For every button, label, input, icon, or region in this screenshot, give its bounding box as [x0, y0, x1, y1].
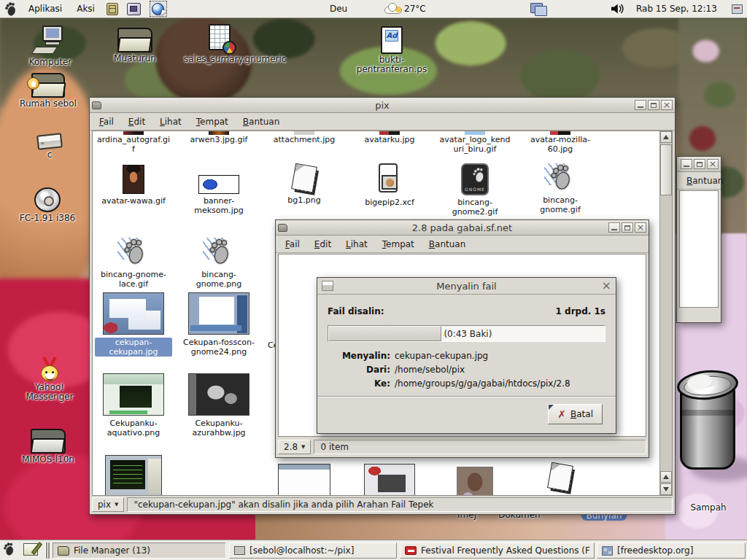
screenshot-thumbnail — [188, 292, 249, 335]
file-item[interactable] — [349, 464, 430, 496]
weather-applet[interactable]: 27°C — [384, 0, 426, 18]
cloud-icon — [384, 4, 400, 14]
notes-applet[interactable] — [23, 540, 38, 558]
maximize-button[interactable] — [622, 222, 633, 233]
applications-menu[interactable]: Aplikasi — [26, 4, 65, 14]
file-item[interactable]: banner-meksom.jpg — [178, 165, 260, 215]
file-item[interactable]: bg1.png — [263, 165, 345, 205]
browser-launcher-selected[interactable] — [150, 1, 167, 17]
menu-fail[interactable]: Fail — [279, 237, 306, 252]
file-manager-launcher-icon[interactable] — [107, 3, 118, 15]
scroll-down-button[interactable] — [660, 483, 672, 495]
desktop-icon-sales-gnumeric[interactable]: sales_sumary.gnumeric — [184, 24, 257, 64]
taskbar-button-festival[interactable]: Festival Frequently Asked Questions (F — [400, 542, 595, 559]
minimize-button[interactable] — [681, 159, 692, 169]
taskbar-button-freedesktop[interactable]: [freedesktop.org] — [597, 542, 746, 559]
menu-tempat[interactable]: Tempat — [376, 237, 421, 252]
remote-titlebar[interactable]: 2.8 pada gabai.sf.net × — [276, 220, 649, 236]
desktop-icon-drive-c[interactable]: c — [20, 134, 79, 160]
maximize-button[interactable] — [694, 159, 705, 169]
menu-tempat[interactable]: Tempat — [190, 114, 235, 129]
file-item[interactable]: avatar-mozilla-60.jpg — [519, 131, 601, 154]
close-icon[interactable]: × — [602, 280, 611, 292]
minimize-button[interactable] — [608, 222, 620, 233]
task-label: [freedesktop.org] — [617, 545, 693, 556]
terminal-launcher-icon[interactable] — [127, 3, 141, 15]
scroll-up-button[interactable] — [660, 131, 672, 143]
file-item[interactable] — [263, 464, 345, 496]
desktop-icon-bukti-ps[interactable]: Ad bukti-pentranferan.ps — [355, 26, 428, 74]
help-window-titlebar[interactable]: × — [677, 157, 721, 172]
file-item[interactable]: Cekupanku-azurahbw.jpg — [178, 373, 260, 438]
close-button[interactable]: × — [661, 100, 673, 110]
scroll-up-button2[interactable] — [660, 471, 672, 483]
globe-icon — [152, 3, 164, 15]
copying-value: cekupan-cekupan.jpg — [395, 351, 605, 361]
menu-fail[interactable]: Fail — [93, 114, 120, 129]
task-label: File Manager (13) — [74, 545, 150, 556]
actions-menu[interactable]: Aksi — [74, 4, 98, 14]
file-item[interactable] — [519, 464, 601, 490]
menu-lihat[interactable]: Lihat — [153, 114, 188, 129]
location-dropdown[interactable]: pix ▼ — [92, 497, 124, 512]
file-item[interactable]: avatar_logo_kenduri_biru.gif — [434, 131, 516, 154]
file-item[interactable]: ardina_autograf.gif — [93, 131, 174, 154]
desktop-icon-mimos-l10n[interactable]: MIMOS-l10n — [15, 429, 82, 464]
close-button[interactable]: × — [635, 222, 646, 233]
gnome-foot-icon[interactable] — [3, 542, 15, 556]
trash-icon — [677, 365, 740, 474]
desktop-icon-fc-cd[interactable]: FC-1.91 i386 — [15, 187, 80, 223]
desktop-icon-yahoo-messenger[interactable]: Yahoo! Messenger — [17, 357, 82, 402]
file-item[interactable] — [93, 455, 174, 496]
volume-applet[interactable] — [610, 0, 624, 18]
menu-edit[interactable]: Edit — [308, 237, 338, 252]
taskbar-button-terminal[interactable]: [sebol@localhost:~/pix] — [229, 542, 397, 559]
cancel-button[interactable]: ✗ Batal — [548, 404, 603, 424]
keyboard-layout-indicator[interactable]: Deu — [330, 0, 347, 18]
cdrom-icon — [34, 187, 61, 212]
file-item[interactable]: Cekupan-fosscon-gnome24.png — [178, 292, 260, 357]
desktop-icon-rumah-sebol[interactable]: Rumah sebol — [13, 73, 83, 109]
scrollbar-thumb[interactable] — [660, 144, 672, 195]
screenshot-thumbnail — [278, 464, 330, 496]
file-item[interactable]: bincang-gnome.gif — [519, 162, 601, 214]
file-item[interactable]: avatar-wawa.gif — [93, 165, 174, 206]
maximize-button[interactable] — [648, 100, 659, 110]
menu-edit[interactable]: Edit — [122, 114, 152, 129]
vertical-scrollbar[interactable] — [659, 131, 672, 495]
file-item[interactable]: arwen3.jpg.gif — [178, 131, 260, 144]
file-item[interactable]: Cekupanku-aquativo.png — [93, 373, 174, 438]
menu-bantuan[interactable]: Bantuan — [236, 114, 286, 129]
menu-bantuan[interactable]: Bantuan — [680, 174, 729, 188]
taskbar-button-file-manager[interactable]: File Manager (13) — [53, 542, 226, 559]
desktop-icon-sampah[interactable]: Sampah — [676, 365, 741, 513]
window-title: pix — [90, 100, 675, 111]
bottom-panel: File Manager (13) [sebol@localhost:~/pix… — [0, 540, 747, 560]
pix-titlebar[interactable]: pix × — [90, 98, 675, 113]
applet-drag-handle[interactable] — [45, 542, 50, 559]
file-item-selected[interactable]: cekupan-cekupan.jpg — [93, 292, 174, 357]
copy-dialog-titlebar[interactable]: Menyalin fail × — [317, 278, 616, 295]
menu-lihat[interactable]: Lihat — [339, 237, 374, 252]
task-label: [sebol@localhost:~/pix] — [249, 545, 354, 556]
desktop-icon-label: Komputer — [18, 58, 83, 67]
location-dropdown[interactable]: 2.8 ▼ — [278, 440, 311, 454]
file-item[interactable]: bincang-gnome.png — [178, 236, 260, 289]
file-item[interactable]: attachment.jpg — [263, 131, 345, 144]
close-button[interactable]: × — [707, 159, 719, 169]
panel-tray-applet[interactable] — [732, 0, 743, 18]
remote-menubar: Fail Edit Lihat Tempat Bantuan — [276, 236, 649, 253]
monitors-icon — [530, 3, 546, 15]
menu-bantuan[interactable]: Bantuan — [422, 237, 472, 252]
workspace-applet[interactable] — [530, 0, 546, 18]
file-item[interactable]: avatarku.jpg — [349, 131, 430, 144]
file-item[interactable] — [434, 467, 516, 496]
desktop-icon-muaturun[interactable]: Muaturun — [102, 28, 168, 63]
clock-applet[interactable]: Rab 15 Sep, 12:13 — [636, 0, 717, 18]
gnome-foot-icon — [546, 162, 575, 194]
desktop-icon-komputer[interactable]: Komputer — [18, 26, 83, 67]
file-item[interactable]: bigepip2.xcf — [349, 163, 430, 207]
minimize-button[interactable] — [635, 100, 646, 110]
file-item[interactable]: bincang-gnome-lace.gif — [93, 236, 174, 289]
file-item[interactable]: GNOME bincang-gnome2.gif — [434, 163, 516, 217]
